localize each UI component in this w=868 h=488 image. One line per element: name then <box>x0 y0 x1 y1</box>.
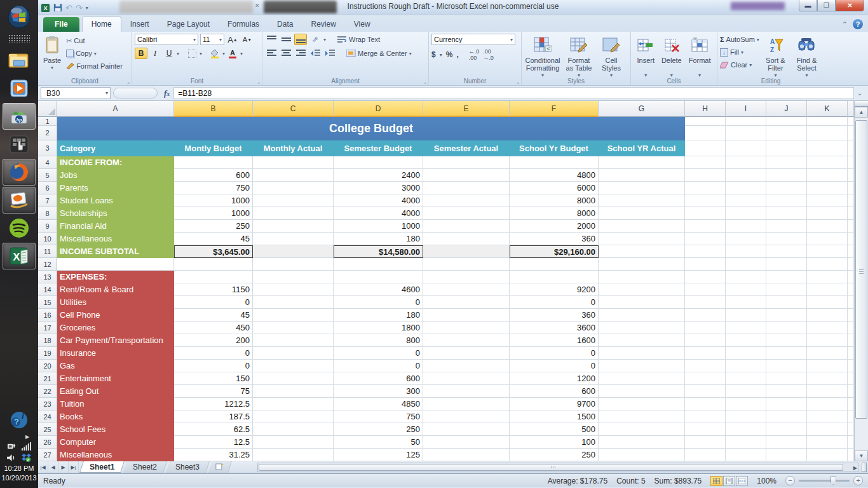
cell-E11[interactable] <box>423 245 510 258</box>
cell-K3[interactable] <box>807 140 848 156</box>
cell-H2[interactable] <box>685 126 726 140</box>
cell-I13[interactable] <box>726 271 766 283</box>
cell-E19[interactable] <box>423 347 510 360</box>
cell-E5[interactable] <box>423 169 510 182</box>
column-header-E[interactable]: E <box>423 101 510 117</box>
cell-I9[interactable] <box>726 220 766 233</box>
cell-H18[interactable] <box>685 334 726 347</box>
cell-A13[interactable]: EXPENSES: <box>57 271 174 283</box>
orientation-icon[interactable]: ⇗ <box>309 34 322 45</box>
cell-partial[interactable] <box>848 271 854 283</box>
align-top-icon[interactable] <box>265 34 278 45</box>
cell-F7[interactable]: 8000 <box>510 194 599 207</box>
number-dialog-launcher[interactable]: ⌟ <box>517 79 519 85</box>
cell-C19[interactable] <box>253 347 334 360</box>
underline-button[interactable]: U <box>163 48 175 59</box>
insert-worksheet-button[interactable] <box>209 461 233 473</box>
minimize-button[interactable]: ▬ <box>799 0 817 11</box>
row-header-22[interactable]: 22 <box>38 385 57 398</box>
power-icon[interactable] <box>7 442 17 451</box>
cell-G22[interactable] <box>599 385 685 398</box>
row-header-18[interactable]: 18 <box>38 334 57 347</box>
copy-button[interactable]: Copy▾ <box>66 48 123 59</box>
cell-partial[interactable] <box>848 309 854 322</box>
cell-G14[interactable] <box>599 283 685 296</box>
column-header-J[interactable]: J <box>766 101 807 117</box>
cut-button[interactable]: ✂Cut <box>66 35 123 46</box>
row-header-15[interactable]: 15 <box>38 296 57 309</box>
cell-C6[interactable] <box>253 182 334 194</box>
restore-button[interactable]: ❐ <box>817 0 836 11</box>
cell-partial[interactable] <box>848 283 854 296</box>
cell-E9[interactable] <box>423 220 510 233</box>
cell-C8[interactable] <box>253 207 334 220</box>
vscroll-thumb[interactable] <box>855 120 867 419</box>
find-select-button[interactable]: Find & Select▾ <box>792 34 822 81</box>
cell-F5[interactable]: 4800 <box>510 169 599 182</box>
zoom-in-icon[interactable]: + <box>853 476 863 485</box>
cell-J2[interactable] <box>766 126 807 140</box>
cell-J19[interactable] <box>766 347 807 360</box>
network-icon[interactable] <box>22 442 31 451</box>
tab-formulas[interactable]: Formulas <box>219 17 268 32</box>
cell-J17[interactable] <box>766 322 807 334</box>
cell-A15[interactable]: Utilities <box>57 296 174 309</box>
clipboard-dialog-launcher[interactable]: ⌟ <box>127 79 130 85</box>
show-hidden-icon[interactable]: ▶ <box>25 434 29 440</box>
cell-D4[interactable] <box>334 156 423 169</box>
cell-J22[interactable] <box>766 385 807 398</box>
cell-B12[interactable] <box>174 258 253 271</box>
cell-E27[interactable] <box>423 449 510 461</box>
cell-D21[interactable]: 600 <box>334 372 423 385</box>
zoom-level[interactable]: 100% <box>757 477 776 485</box>
cell-H12[interactable] <box>685 258 726 271</box>
cell-A26[interactable]: Computer <box>57 436 174 449</box>
cell-I26[interactable] <box>726 436 766 449</box>
autosum-button[interactable]: ΣAutoSum▾ <box>720 34 759 45</box>
cell-E6[interactable] <box>423 182 510 194</box>
cell-partial[interactable] <box>848 436 854 449</box>
cell-F8[interactable]: 8000 <box>510 207 599 220</box>
taskbar-item-media-player[interactable] <box>3 75 36 102</box>
font-dialog-launcher[interactable]: ⌟ <box>257 79 260 85</box>
taskbar-item-firefox[interactable] <box>3 159 36 186</box>
last-sheet-icon[interactable]: ▶| <box>69 461 79 473</box>
cell-I16[interactable] <box>726 309 766 322</box>
cell-J5[interactable] <box>766 169 807 182</box>
cell-J24[interactable] <box>766 410 807 423</box>
cell-H20[interactable] <box>685 360 726 372</box>
cell-partial[interactable] <box>848 207 854 220</box>
cell-B16[interactable]: 45 <box>174 309 253 322</box>
cell-A6[interactable]: Parents <box>57 182 174 194</box>
cell-I21[interactable] <box>726 372 766 385</box>
cell-partial[interactable] <box>848 126 854 140</box>
row-header-16[interactable]: 16 <box>38 309 57 322</box>
cell-F16[interactable]: 360 <box>510 309 599 322</box>
cell-F19[interactable]: 0 <box>510 347 599 360</box>
cell-C14[interactable] <box>253 283 334 296</box>
cell-I6[interactable] <box>726 182 766 194</box>
cell-K11[interactable] <box>807 245 848 258</box>
cell-E13[interactable] <box>423 271 510 283</box>
cell-partial[interactable] <box>848 140 854 156</box>
cell-H3[interactable] <box>685 140 726 156</box>
cell-H14[interactable] <box>685 283 726 296</box>
cell-D7[interactable]: 4000 <box>334 194 423 207</box>
cell-E4[interactable] <box>423 156 510 169</box>
row-header-19[interactable]: 19 <box>38 347 57 360</box>
cell-I5[interactable] <box>726 169 766 182</box>
cell-K12[interactable] <box>807 258 848 271</box>
cell-F18[interactable]: 1600 <box>510 334 599 347</box>
cell-I2[interactable] <box>726 126 766 140</box>
cell-E18[interactable] <box>423 334 510 347</box>
cell-partial[interactable] <box>848 385 854 398</box>
sheet-tab-sheet2[interactable]: Sheet2 <box>123 461 167 473</box>
cell-A12[interactable] <box>57 258 174 271</box>
percent-icon[interactable]: % <box>446 50 453 59</box>
cell-D15[interactable]: 0 <box>334 296 423 309</box>
cell-I17[interactable] <box>726 322 766 334</box>
currency-icon[interactable]: $ <box>431 50 436 59</box>
cell-A25[interactable]: School Fees <box>57 423 174 436</box>
cell-I15[interactable] <box>726 296 766 309</box>
cell-H25[interactable] <box>685 423 726 436</box>
